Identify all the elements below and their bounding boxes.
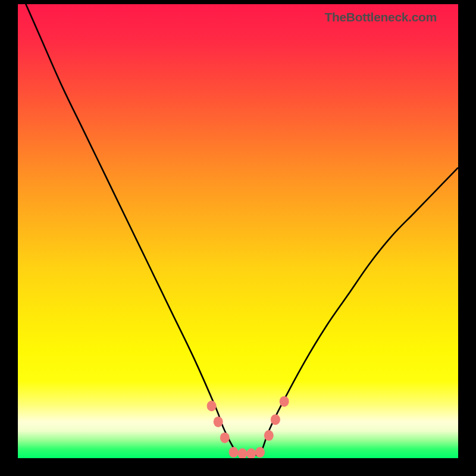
curve-marker [220, 433, 230, 443]
curve-markers [207, 396, 289, 458]
curve-layer [18, 4, 458, 458]
curve-marker [229, 447, 239, 458]
chart-frame: TheBottleneck.com [0, 0, 476, 476]
bottleneck-curve [18, 4, 458, 455]
curve-marker [255, 447, 265, 458]
curve-marker [214, 416, 223, 427]
watermark-text: TheBottleneck.com [324, 10, 437, 24]
curve-marker [271, 414, 280, 425]
curve-marker [207, 400, 217, 411]
curve-marker [246, 448, 256, 458]
curve-marker [264, 430, 274, 441]
plot-area: TheBottleneck.com [18, 4, 458, 458]
curve-marker [237, 448, 247, 458]
curve-marker [280, 396, 289, 407]
